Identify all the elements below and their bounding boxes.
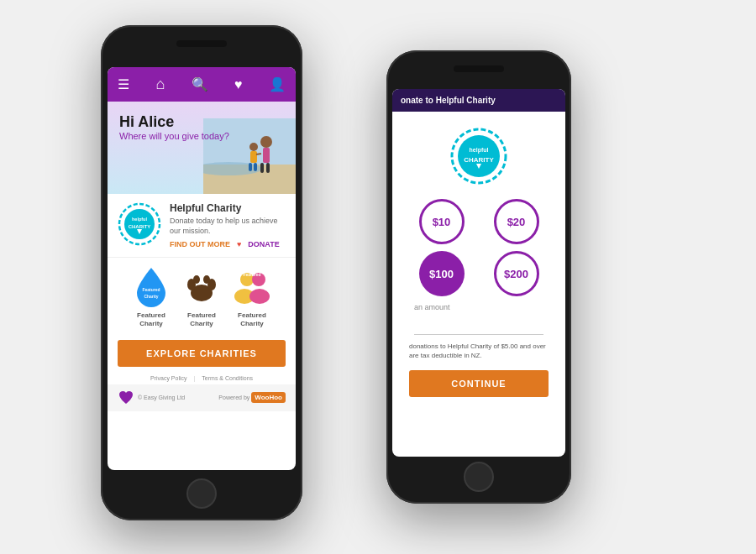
featured-item-paw[interactable]: FeaturedCharity xyxy=(180,264,223,327)
app-header: ☰ ⌂ 🔍 ♥ 👤 xyxy=(108,67,296,102)
scene: onate to Helpful Charity helpful CHARITY xyxy=(0,0,756,554)
phone-1-screen: ☰ ⌂ 🔍 ♥ 👤 Hi Alice Where will you give t… xyxy=(108,67,296,470)
featured-label-paw: FeaturedCharity xyxy=(187,311,216,327)
people-icon: Featured xyxy=(230,264,274,308)
svg-text:helpful: helpful xyxy=(132,217,147,222)
footer-links: Privacy Policy | Terms & Conditions xyxy=(108,372,296,384)
tax-note: donations to Helpful Charity of $5.00 an… xyxy=(401,342,557,360)
phone-2-home-button[interactable] xyxy=(464,462,494,492)
app-footer: © Easy Giving Ltd Powered by WooHoo xyxy=(108,384,296,411)
phone-2-screen: onate to Helpful Charity helpful CHARITY xyxy=(392,89,565,457)
charity-badge-center: helpful CHARITY xyxy=(401,120,557,192)
charity-description: Donate today to help us achieve our miss… xyxy=(170,217,286,236)
explore-charities-button[interactable]: EXPLORE CHARITIES xyxy=(118,340,286,367)
amount-grid: $10 $20 $100 $200 xyxy=(401,199,557,296)
hero-overlay: Hi Alice Where will you give today? xyxy=(108,102,296,153)
phone-2: onate to Helpful Charity helpful CHARITY xyxy=(386,50,571,504)
svg-text:Featured: Featured xyxy=(243,272,260,277)
hero-subtitle: Where will you give today? xyxy=(119,131,284,141)
donate-body: helpful CHARITY $10 $20 xyxy=(392,112,565,457)
powered-by-label: Powered by xyxy=(218,395,249,400)
svg-rect-11 xyxy=(266,163,270,173)
continue-button[interactable]: CONTINUE xyxy=(409,370,549,397)
company-name: © Easy Giving Ltd xyxy=(138,395,185,400)
app-screen-1: ☰ ⌂ 🔍 ♥ 👤 Hi Alice Where will you give t… xyxy=(108,67,296,470)
svg-rect-14 xyxy=(249,163,252,171)
easy-giving-logo xyxy=(118,389,134,406)
charity-badge-large: helpful CHARITY xyxy=(449,127,508,186)
people-charity-icon: Featured xyxy=(230,264,274,308)
heart-nav-icon[interactable]: ♥ xyxy=(234,77,243,92)
svg-text:CHARITY: CHARITY xyxy=(464,156,494,164)
footer-separator: | xyxy=(194,375,196,381)
paw-icon xyxy=(180,264,223,308)
svg-point-28 xyxy=(203,275,210,284)
amount-20[interactable]: $20 xyxy=(494,199,539,244)
app-body: Hi Alice Where will you give today? xyxy=(108,102,296,470)
svg-text:Charity: Charity xyxy=(144,294,158,299)
charity-badge-small: helpful CHARITY xyxy=(118,202,161,246)
svg-line-16 xyxy=(256,154,261,154)
svg-text:Featured: Featured xyxy=(142,287,160,292)
charity-card: helpful CHARITY Helpful Charity Donate t… xyxy=(108,194,296,258)
footer-logo: © Easy Giving Ltd xyxy=(118,389,185,406)
home-icon[interactable]: ⌂ xyxy=(155,76,165,93)
featured-item-water[interactable]: Featured Charity FeaturedCharity xyxy=(129,264,173,327)
menu-icon[interactable]: ☰ xyxy=(118,76,129,92)
featured-grid: Featured Charity FeaturedCharity xyxy=(108,258,296,334)
hero-section: Hi Alice Where will you give today? xyxy=(108,102,296,194)
custom-amount-input[interactable] xyxy=(414,318,543,335)
donate-link[interactable]: DONATE xyxy=(248,240,279,248)
hero-title: Hi Alice xyxy=(119,113,284,131)
svg-point-32 xyxy=(249,289,270,304)
terms-link[interactable]: Terms & Conditions xyxy=(202,375,253,381)
find-out-more-link[interactable]: FIND OUT MORE xyxy=(170,240,230,248)
featured-label-water: FeaturedCharity xyxy=(137,311,165,327)
featured-label-people: FeaturedCharity xyxy=(238,311,266,327)
phone-1: ☰ ⌂ 🔍 ♥ 👤 Hi Alice Where will you give t… xyxy=(101,25,302,520)
privacy-link[interactable]: Privacy Policy xyxy=(150,375,187,381)
featured-item-people[interactable]: Featured FeaturedCharity xyxy=(230,264,274,327)
user-icon[interactable]: 👤 xyxy=(269,76,286,92)
woohoo-badge: WooHoo xyxy=(251,392,286,403)
search-icon[interactable]: 🔍 xyxy=(192,76,208,92)
phone-1-home-button[interactable] xyxy=(186,478,217,509)
amount-100[interactable]: $100 xyxy=(419,251,465,296)
svg-point-27 xyxy=(193,275,200,284)
paw-charity-icon xyxy=(180,264,223,308)
powered-by: Powered by WooHoo xyxy=(218,394,286,401)
charity-badge-svg: helpful CHARITY xyxy=(118,202,161,246)
amount-10[interactable]: $10 xyxy=(419,199,465,244)
donate-header-title: onate to Helpful Charity xyxy=(401,96,496,105)
svg-text:helpful: helpful xyxy=(470,147,489,154)
app-screen-2: onate to Helpful Charity helpful CHARITY xyxy=(392,89,565,457)
charity-links: FIND OUT MORE ♥ DONATE xyxy=(170,240,286,248)
charity-name: Helpful Charity xyxy=(170,202,286,214)
amount-200[interactable]: $200 xyxy=(494,251,539,296)
water-drop-icon: Featured Charity xyxy=(134,264,169,308)
donate-header: onate to Helpful Charity xyxy=(392,89,565,112)
svg-rect-10 xyxy=(260,163,264,173)
charity-info: Helpful Charity Donate today to help us … xyxy=(170,202,286,248)
water-charity-icon: Featured Charity xyxy=(129,264,173,308)
svg-rect-13 xyxy=(250,151,257,163)
svg-rect-15 xyxy=(254,163,257,171)
custom-amount-label: an amount xyxy=(401,303,557,311)
heart-icon: ♥ xyxy=(237,240,241,248)
svg-text:CHARITY: CHARITY xyxy=(129,224,151,229)
